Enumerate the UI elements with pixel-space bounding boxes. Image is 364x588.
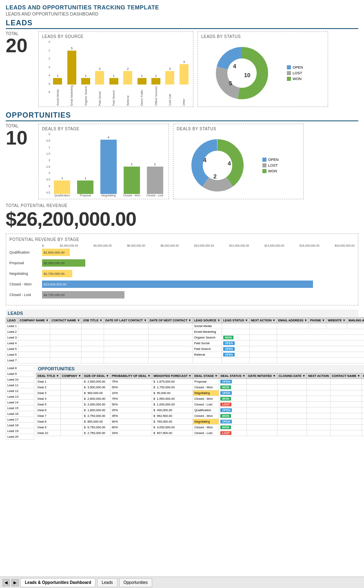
bar-social-media: 1	[52, 74, 63, 85]
table-row: Deal 2 $ 3,500,000.00 50% $ 1,750,000.00…	[36, 385, 364, 390]
opportunities-section: OPPORTUNITIES TOTAL 10 DEALS BY STAGE 4.…	[6, 111, 358, 199]
hbar-row-proposal: Proposal $2,500,000.00	[9, 259, 355, 267]
status-badge: OPEN	[220, 391, 232, 395]
table-row: Deal 1 $ 2,500,000.00 75% $ 1,875,000.00…	[36, 379, 364, 385]
bar-other: 3	[178, 60, 190, 85]
hbar-row-closed-won: Closed - Won $15,600,000.00	[9, 281, 355, 288]
nav-tab-leads[interactable]: Leads	[97, 578, 117, 587]
th-mailing: MAILING ADDRESS ▼	[347, 318, 364, 323]
revenue-amount: $26,200,000.00	[6, 208, 358, 230]
leads-table-body: Lead 1 Social Media Lead 2 Email Marketi…	[6, 323, 364, 363]
opps-header-row: DEAL TITLE ▼ COMPANY ▼ SIZE OF DEAL ▼ PR…	[36, 373, 364, 379]
status-badge: WON	[220, 414, 231, 418]
bar-direct-traffic: 1	[136, 74, 147, 85]
leads-by-source-chart: LEADS BY SOURCE 6 5 4 3 2 1 0	[38, 31, 193, 107]
status-badge-won: WON	[223, 336, 233, 339]
th-lead: LEAD	[6, 318, 18, 323]
stage-x-labels: Qualification Proposal Negotiating Close…	[42, 194, 165, 197]
opps-row: TOTAL 10 DEALS BY STAGE 4.5 4 3.5 3 2.5 …	[6, 124, 358, 199]
opps-table-right: OPPORTUNITIES DEAL TITLE ▼ COMPANY ▼ SIZ…	[36, 365, 364, 440]
bar-paid-social: 2	[94, 67, 105, 85]
leads-by-source-label: LEADS BY SOURCE	[42, 34, 190, 39]
table-row: Lead 8	[6, 365, 34, 371]
opps-table-title: OPPORTUNITIES	[36, 365, 364, 372]
opportunities-section-title: OPPORTUNITIES	[6, 111, 358, 121]
hbar-chart-section: POTENTIAL REVENUE BY STAGE $- $2,000,000…	[6, 234, 358, 305]
leads-donut-svg: 4 10 5	[201, 40, 283, 106]
table-row: Lead 12	[6, 388, 34, 394]
bar-email-marketing: 5	[66, 47, 77, 85]
bar-chart-inner: 6 5 4 3 2 1 0 1	[42, 40, 190, 85]
nav-tab-dashboard[interactable]: Leads & Opportunities Dashboard	[20, 578, 95, 587]
deals-by-status-label: DEALS BY STATUS	[177, 127, 300, 131]
svg-text:2: 2	[213, 173, 217, 180]
table-row: Deal 8 $ 850,000.00 90% $ 765,000.00 Neg…	[36, 419, 364, 425]
opps-total-value: 10	[6, 128, 27, 148]
table-row: Lead 15	[6, 405, 34, 411]
table-row: Deal 3 $ 900,000.00 10% $ 90,000.00 Nego…	[36, 390, 364, 396]
status-badge: WON	[220, 397, 231, 401]
table-row: Lead 2 Email Marketing	[6, 329, 364, 335]
bar-negotiating: 4	[98, 136, 119, 194]
th-next-action: NEXT ACTION ▼	[249, 318, 277, 323]
status-badge: WON	[220, 425, 231, 429]
bar-proposal: 1	[75, 176, 96, 194]
leads-table: LEAD COMPANY NAME ▼ CONTACT NAME ▼ JOB T…	[6, 317, 364, 363]
th-last-contact: DATE OF LAST CONTACT ▼	[104, 318, 148, 323]
sub-title: LEADS AND OPPORTUNITIES DASHBOARD	[6, 11, 358, 16]
table-row: Deal 6 $ 1,600,000.00 25% $ 400,000.00 Q…	[36, 408, 364, 413]
page-container: LEADS AND OPPORTUNITIES TRACKING TEMPLAT…	[0, 0, 364, 454]
leads-section-title: LEADS	[6, 19, 358, 29]
lead-numbers-table: Lead 8 Lead 9 Lead 10 Lead 11 Lead 12 Le…	[6, 365, 34, 440]
leads-donut-legend: OPEN LOST WON	[287, 65, 303, 81]
legend-open-dot	[287, 65, 291, 69]
deals-by-stage-chart: DEALS BY STAGE 4.5 4 3.5 3 2.5 2 1.5 1 0…	[38, 124, 169, 199]
bar-organic-search: 1	[80, 74, 91, 85]
table-row: Lead 5 Paid Search OPEN	[6, 346, 364, 352]
leads-section: LEADS TOTAL 20 LEADS BY SOURCE 6 5 4 3	[6, 19, 358, 107]
table-row: Lead 9	[6, 371, 34, 377]
donut-block-leads: 4 10 5 OPEN LOST	[201, 40, 324, 106]
legend-lost-dot	[287, 71, 291, 75]
table-row: Lead 1 Social Media	[6, 323, 364, 329]
svg-text:5: 5	[229, 80, 232, 87]
donut-block-opps: 4 4 2 OPEN LOST	[177, 133, 300, 198]
nav-tab-opportunities[interactable]: Opportunities	[119, 578, 152, 587]
main-title: LEADS AND OPPORTUNITIES TRACKING TEMPLAT…	[6, 4, 358, 11]
status-badge: LOST	[220, 431, 231, 435]
table-row: Lead 13	[6, 394, 34, 400]
lead-numbers-left: Lead 8 Lead 9 Lead 10 Lead 11 Lead 12 Le…	[6, 365, 34, 440]
y-axis: 6 5 4 3 2 1 0	[42, 40, 51, 94]
status-badge: LOST	[220, 403, 231, 406]
stage-y-axis: 4.5 4 3.5 3 2.5 2 1.5 1 0.5 0	[42, 133, 51, 194]
th-phone: PHONE ▼	[309, 318, 326, 323]
opps-total-box: TOTAL 10	[6, 124, 34, 199]
leads-table-section: LEADS LEAD COMPANY NAME ▼ CONTACT NAME ▼…	[6, 310, 358, 363]
next-nav-arrow[interactable]: ▶	[11, 579, 19, 586]
opps-legend-open-label: OPEN	[268, 158, 279, 162]
opps-table-body: Deal 1 $ 2,500,000.00 75% $ 1,875,000.00…	[36, 379, 364, 436]
status-badge: OPEN	[220, 380, 232, 383]
status-badge-open: OPEN	[223, 353, 235, 356]
opps-table: DEAL TITLE ▼ COMPANY ▼ SIZE OF DEAL ▼ PR…	[36, 373, 364, 436]
svg-text:4: 4	[233, 63, 236, 69]
status-badge: OPEN	[220, 420, 232, 423]
leads-by-status-chart: LEADS BY STATUS 4 10 5	[198, 31, 328, 107]
opps-legend-open-dot	[262, 158, 266, 162]
hbar-row-closed-lost: Closed - Lost $4,750,000.00	[9, 291, 355, 298]
opps-legend-lost-dot	[262, 163, 266, 167]
bar-qualification: 1	[52, 176, 73, 194]
status-badge-open: OPEN	[223, 341, 235, 345]
status-badge-open: OPEN	[223, 347, 235, 351]
table-row: Lead 3 Organic Search WON	[6, 335, 364, 341]
hbar-title: POTENTIAL REVENUE BY STAGE	[9, 237, 355, 242]
prev-nav-arrow[interactable]: ◀	[2, 579, 10, 586]
leads-total-value: 20	[6, 36, 27, 56]
table-row: Lead 18	[6, 423, 34, 428]
deals-by-stage-label: DEALS BY STAGE	[42, 127, 165, 131]
table-row: Lead 19	[6, 428, 34, 434]
leads-table-title: LEADS	[6, 310, 358, 317]
deals-by-status-chart: DEALS BY STATUS 4 4 2	[173, 124, 304, 199]
bar-chart-source: 6 5 4 3 2 1 0 1	[42, 40, 190, 106]
svg-text:4: 4	[203, 157, 206, 163]
